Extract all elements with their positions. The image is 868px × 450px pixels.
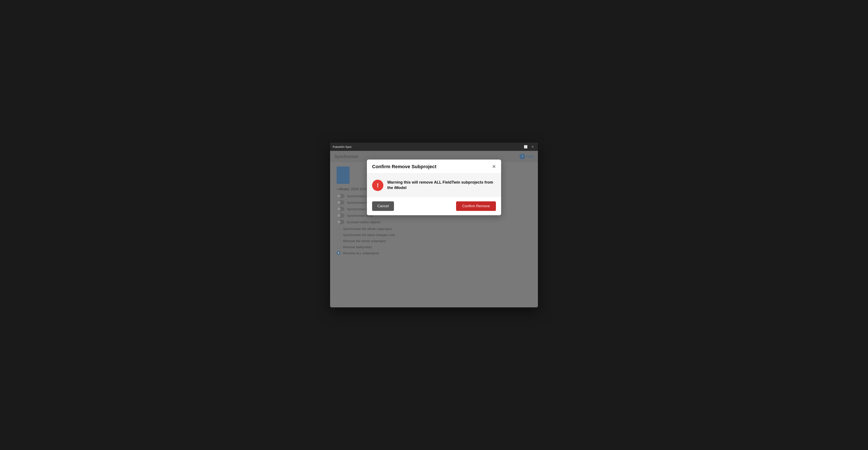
confirm-remove-modal: Confirm Remove Subproject ✕ ! Warning th… (367, 160, 501, 215)
title-bar: FutureOn Sync ⬜ ✕ (330, 143, 538, 151)
minimize-button[interactable]: ⬜ (523, 145, 529, 149)
confirm-remove-button[interactable]: Confirm Remove (456, 201, 496, 211)
modal-header: Confirm Remove Subproject ✕ (367, 160, 501, 174)
app-body: Synchronise ? Help • iModel: 2024-10-02-… (330, 151, 538, 307)
cancel-button[interactable]: Cancel (372, 201, 394, 211)
modal-footer: Cancel Confirm Remove (367, 197, 501, 215)
modal-close-button[interactable]: ✕ (492, 164, 496, 169)
app-window: FutureOn Sync ⬜ ✕ Synchronise ? Help • i… (330, 143, 538, 307)
modal-title: Confirm Remove Subproject (372, 164, 436, 169)
modal-message: Warning this will remove ALL FieldTwin s… (387, 180, 496, 191)
modal-overlay: Confirm Remove Subproject ✕ ! Warning th… (330, 151, 538, 307)
modal-body: ! Warning this will remove ALL FieldTwin… (367, 174, 501, 197)
warning-icon: ! (372, 180, 383, 191)
close-button[interactable]: ✕ (530, 145, 535, 149)
app-title: FutureOn Sync (333, 145, 521, 148)
title-bar-controls: ⬜ ✕ (523, 145, 535, 149)
